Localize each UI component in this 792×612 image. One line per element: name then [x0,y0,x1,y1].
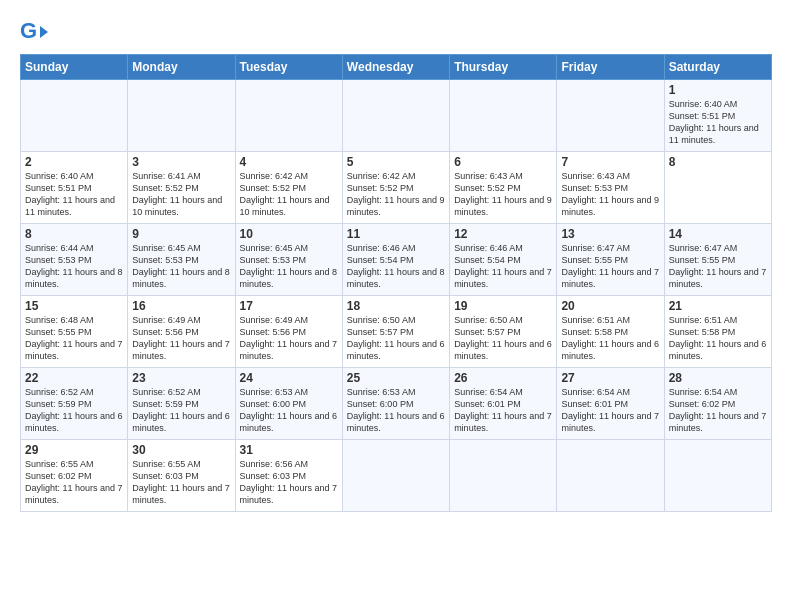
day-cell: 8 [664,152,771,224]
day-cell: 8Sunrise: 6:44 AMSunset: 5:53 PMDaylight… [21,224,128,296]
day-cell: 21Sunrise: 6:51 AMSunset: 5:58 PMDayligh… [664,296,771,368]
day-number: 6 [454,155,552,169]
day-cell [342,80,449,152]
day-number: 19 [454,299,552,313]
col-header-wednesday: Wednesday [342,55,449,80]
day-cell: 31Sunrise: 6:56 AMSunset: 6:03 PMDayligh… [235,440,342,512]
day-info: Sunrise: 6:46 AMSunset: 5:54 PMDaylight:… [347,243,445,289]
day-info: Sunrise: 6:44 AMSunset: 5:53 PMDaylight:… [25,243,123,289]
day-info: Sunrise: 6:54 AMSunset: 6:01 PMDaylight:… [454,387,552,433]
day-info: Sunrise: 6:47 AMSunset: 5:55 PMDaylight:… [561,243,659,289]
day-cell [235,80,342,152]
day-number: 24 [240,371,338,385]
day-cell: 3Sunrise: 6:41 AMSunset: 5:52 PMDaylight… [128,152,235,224]
day-number: 11 [347,227,445,241]
day-info: Sunrise: 6:53 AMSunset: 6:00 PMDaylight:… [240,387,338,433]
col-header-tuesday: Tuesday [235,55,342,80]
day-number: 5 [347,155,445,169]
day-info: Sunrise: 6:55 AMSunset: 6:02 PMDaylight:… [25,459,123,505]
logo-icon: G [20,18,48,46]
day-number: 18 [347,299,445,313]
week-row-5: 22Sunrise: 6:52 AMSunset: 5:59 PMDayligh… [21,368,772,440]
day-cell: 2Sunrise: 6:40 AMSunset: 5:51 PMDaylight… [21,152,128,224]
day-number: 23 [132,371,230,385]
day-number: 21 [669,299,767,313]
day-info: Sunrise: 6:50 AMSunset: 5:57 PMDaylight:… [454,315,552,361]
day-number: 2 [25,155,123,169]
col-header-monday: Monday [128,55,235,80]
day-info: Sunrise: 6:49 AMSunset: 5:56 PMDaylight:… [132,315,230,361]
week-row-2: 2Sunrise: 6:40 AMSunset: 5:51 PMDaylight… [21,152,772,224]
day-info: Sunrise: 6:53 AMSunset: 6:00 PMDaylight:… [347,387,445,433]
day-cell: 20Sunrise: 6:51 AMSunset: 5:58 PMDayligh… [557,296,664,368]
day-cell: 16Sunrise: 6:49 AMSunset: 5:56 PMDayligh… [128,296,235,368]
day-cell: 18Sunrise: 6:50 AMSunset: 5:57 PMDayligh… [342,296,449,368]
day-number: 7 [561,155,659,169]
col-header-saturday: Saturday [664,55,771,80]
day-number: 14 [669,227,767,241]
col-header-thursday: Thursday [450,55,557,80]
day-cell [557,440,664,512]
day-info: Sunrise: 6:43 AMSunset: 5:53 PMDaylight:… [561,171,659,217]
day-number: 8 [25,227,123,241]
day-info: Sunrise: 6:54 AMSunset: 6:01 PMDaylight:… [561,387,659,433]
day-info: Sunrise: 6:43 AMSunset: 5:52 PMDaylight:… [454,171,552,217]
day-cell: 6Sunrise: 6:43 AMSunset: 5:52 PMDaylight… [450,152,557,224]
day-number: 4 [240,155,338,169]
day-cell [21,80,128,152]
day-info: Sunrise: 6:52 AMSunset: 5:59 PMDaylight:… [25,387,123,433]
day-cell: 29Sunrise: 6:55 AMSunset: 6:02 PMDayligh… [21,440,128,512]
logo: G [20,18,51,46]
svg-text:G: G [20,18,37,43]
day-info: Sunrise: 6:42 AMSunset: 5:52 PMDaylight:… [240,171,330,217]
day-info: Sunrise: 6:52 AMSunset: 5:59 PMDaylight:… [132,387,230,433]
day-number: 22 [25,371,123,385]
day-info: Sunrise: 6:45 AMSunset: 5:53 PMDaylight:… [240,243,338,289]
day-info: Sunrise: 6:41 AMSunset: 5:52 PMDaylight:… [132,171,222,217]
day-cell: 10Sunrise: 6:45 AMSunset: 5:53 PMDayligh… [235,224,342,296]
col-header-sunday: Sunday [21,55,128,80]
day-number: 28 [669,371,767,385]
day-cell: 25Sunrise: 6:53 AMSunset: 6:00 PMDayligh… [342,368,449,440]
day-cell: 30Sunrise: 6:55 AMSunset: 6:03 PMDayligh… [128,440,235,512]
day-number: 20 [561,299,659,313]
day-cell: 5Sunrise: 6:42 AMSunset: 5:52 PMDaylight… [342,152,449,224]
day-number: 3 [132,155,230,169]
day-info: Sunrise: 6:55 AMSunset: 6:03 PMDaylight:… [132,459,230,505]
day-cell: 14Sunrise: 6:47 AMSunset: 5:55 PMDayligh… [664,224,771,296]
day-cell: 7Sunrise: 6:43 AMSunset: 5:53 PMDaylight… [557,152,664,224]
day-cell: 27Sunrise: 6:54 AMSunset: 6:01 PMDayligh… [557,368,664,440]
day-info: Sunrise: 6:47 AMSunset: 5:55 PMDaylight:… [669,243,767,289]
svg-marker-1 [40,26,48,38]
calendar-table: SundayMondayTuesdayWednesdayThursdayFrid… [20,54,772,512]
week-row-4: 15Sunrise: 6:48 AMSunset: 5:55 PMDayligh… [21,296,772,368]
day-number: 8 [669,155,767,169]
day-number: 27 [561,371,659,385]
day-info: Sunrise: 6:42 AMSunset: 5:52 PMDaylight:… [347,171,445,217]
day-info: Sunrise: 6:48 AMSunset: 5:55 PMDaylight:… [25,315,123,361]
day-info: Sunrise: 6:50 AMSunset: 5:57 PMDaylight:… [347,315,445,361]
day-number: 12 [454,227,552,241]
day-info: Sunrise: 6:51 AMSunset: 5:58 PMDaylight:… [669,315,767,361]
day-cell: 28Sunrise: 6:54 AMSunset: 6:02 PMDayligh… [664,368,771,440]
day-info: Sunrise: 6:51 AMSunset: 5:58 PMDaylight:… [561,315,659,361]
day-cell: 19Sunrise: 6:50 AMSunset: 5:57 PMDayligh… [450,296,557,368]
header: G [20,18,772,46]
day-number: 16 [132,299,230,313]
day-cell: 12Sunrise: 6:46 AMSunset: 5:54 PMDayligh… [450,224,557,296]
day-info: Sunrise: 6:56 AMSunset: 6:03 PMDaylight:… [240,459,338,505]
day-cell: 9Sunrise: 6:45 AMSunset: 5:53 PMDaylight… [128,224,235,296]
day-cell: 1Sunrise: 6:40 AMSunset: 5:51 PMDaylight… [664,80,771,152]
day-cell: 22Sunrise: 6:52 AMSunset: 5:59 PMDayligh… [21,368,128,440]
day-cell [450,440,557,512]
day-number: 17 [240,299,338,313]
week-row-6: 29Sunrise: 6:55 AMSunset: 6:02 PMDayligh… [21,440,772,512]
day-cell: 17Sunrise: 6:49 AMSunset: 5:56 PMDayligh… [235,296,342,368]
day-cell: 26Sunrise: 6:54 AMSunset: 6:01 PMDayligh… [450,368,557,440]
day-cell: 15Sunrise: 6:48 AMSunset: 5:55 PMDayligh… [21,296,128,368]
day-cell [450,80,557,152]
col-header-friday: Friday [557,55,664,80]
day-info: Sunrise: 6:46 AMSunset: 5:54 PMDaylight:… [454,243,552,289]
day-info: Sunrise: 6:49 AMSunset: 5:56 PMDaylight:… [240,315,338,361]
day-cell [128,80,235,152]
